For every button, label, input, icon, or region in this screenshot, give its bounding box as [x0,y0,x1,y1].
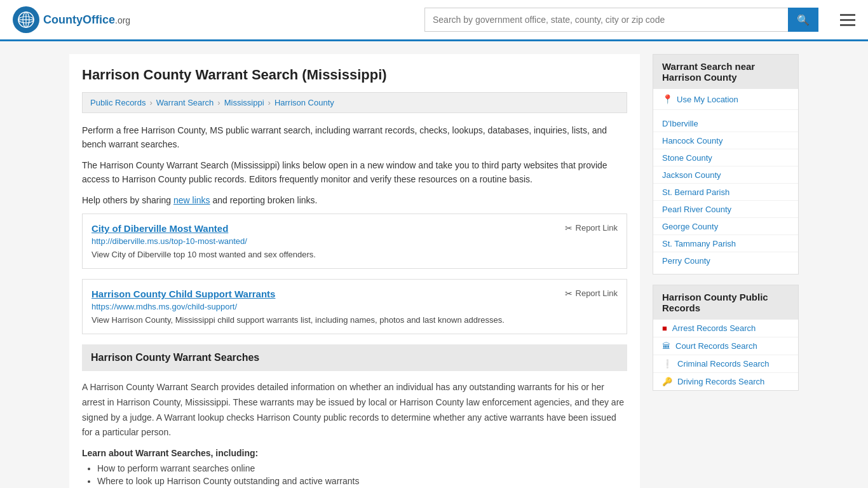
sidebar-nearby-list: D'Iberville Hancock County Stone County … [653,110,798,274]
sidebar-item-diberville[interactable]: D'Iberville [653,115,798,132]
court-records-link[interactable]: Court Records Search [675,341,757,351]
arrest-records-link[interactable]: Arrest Records Search [672,323,756,333]
record-title-0[interactable]: City of Diberville Most Wanted [92,223,316,234]
intro-text-3: Help others by sharing new links and rep… [82,193,627,207]
record-title-1[interactable]: Harrison County Child Support Warrants [92,288,505,299]
sidebar-item-jackson[interactable]: Jackson County [653,166,798,184]
breadcrumb: Public Records › Warrant Search › Missis… [82,92,627,113]
breadcrumb-public-records[interactable]: Public Records [90,98,146,107]
sidebar-public-records-section: Harrison County Public Records ■ Arrest … [653,285,799,391]
section-list: How to perform warrant searches online W… [82,463,627,486]
pr-item-arrest[interactable]: ■ Arrest Records Search [653,320,798,337]
record-url-1[interactable]: https://www.mdhs.ms.gov/child-support/ [92,302,505,311]
report-link-btn-0[interactable]: ✂ Report Link [565,223,618,233]
breadcrumb-warrant-search[interactable]: Warrant Search [156,98,214,107]
sidebar-nearby-title: Warrant Search near Harrison County [653,55,798,89]
page-container: Harrison County Warrant Search (Mississi… [59,41,809,488]
breadcrumb-harrison-county[interactable]: Harrison County [275,98,334,107]
use-location-item[interactable]: 📍 Use My Location [653,89,798,110]
list-item-1: Where to look up Harrison County outstan… [97,476,627,486]
sidebar-public-records-title: Harrison County Public Records [653,285,798,320]
sidebar-item-stone[interactable]: Stone County [653,149,798,166]
record-url-0[interactable]: http://diberville.ms.us/top-10-most-want… [92,236,316,246]
section-body: A Harrison County Warrant Search provide… [82,380,627,440]
sidebar-nearby-section: Warrant Search near Harrison County 📍 Us… [653,54,799,274]
arrest-icon: ■ [662,323,667,333]
section-learn-title: Learn about Warrant Searches, including: [82,448,627,458]
record-card-0: City of Diberville Most Wanted http://di… [82,214,627,269]
driving-icon: 🔑 [662,377,672,386]
sidebar: Warrant Search near Harrison County 📍 Us… [653,54,799,488]
section-header: Harrison County Warrant Searches [82,344,627,371]
record-card-1: Harrison County Child Support Warrants h… [82,279,627,334]
sidebar-item-hancock[interactable]: Hancock County [653,132,798,149]
logo-icon [13,6,39,33]
sidebar-item-george[interactable]: George County [653,218,798,235]
report-icon-1: ✂ [565,288,573,299]
intro-text-2: The Harrison County Warrant Search (Miss… [82,158,627,187]
search-area: 🔍 [424,8,818,32]
criminal-icon: ❕ [662,359,672,369]
page-title: Harrison County Warrant Search (Mississi… [82,67,627,83]
list-item-0: How to perform warrant searches online [97,463,627,473]
pin-icon: 📍 [662,94,673,104]
main-content: Harrison County Warrant Search (Mississi… [69,54,640,488]
new-links-link[interactable]: new links [173,195,210,205]
report-icon-0: ✂ [565,223,573,233]
sidebar-item-sttammany[interactable]: St. Tammany Parish [653,235,798,252]
sidebar-item-pearlriver[interactable]: Pearl River County [653,201,798,218]
record-desc-0: View City of Diberville top 10 most want… [92,250,316,259]
search-button[interactable]: 🔍 [788,8,818,32]
criminal-records-link[interactable]: Criminal Records Search [677,359,770,369]
logo-label: CountyOffice.org [43,13,130,27]
record-desc-1: View Harrison County, Mississippi child … [92,315,505,325]
report-link-btn-1[interactable]: ✂ Report Link [565,288,618,299]
intro-text-1: Perform a free Harrison County, MS publi… [82,123,627,152]
menu-button[interactable] [840,14,855,26]
use-location-link[interactable]: Use My Location [677,95,738,104]
sidebar-item-perry[interactable]: Perry County [653,252,798,269]
logo[interactable]: CountyOffice.org [13,6,130,33]
driving-records-link[interactable]: Driving Records Search [677,377,764,386]
site-header: CountyOffice.org 🔍 [0,0,868,41]
sidebar-item-stbernard[interactable]: St. Bernard Parish [653,184,798,201]
court-icon: 🏛 [662,341,670,351]
pr-item-driving[interactable]: 🔑 Driving Records Search [653,373,798,390]
pr-item-criminal[interactable]: ❕ Criminal Records Search [653,355,798,373]
pr-item-court[interactable]: 🏛 Court Records Search [653,337,798,355]
search-input[interactable] [424,8,788,32]
breadcrumb-mississippi[interactable]: Mississippi [224,98,264,107]
